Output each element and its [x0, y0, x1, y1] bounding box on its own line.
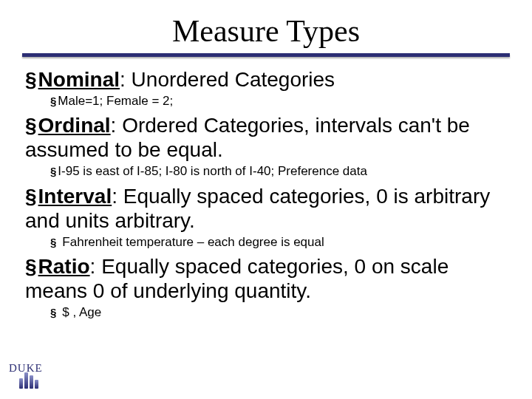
item-sub-text: Male=1; Female = 2; — [58, 94, 173, 108]
logo: DUKE — [4, 361, 56, 393]
item-sub: §Fahrenheit temperature – each degree is… — [25, 234, 507, 250]
item-sub: §Male=1; Female = 2; — [25, 93, 507, 109]
item-sub-text: Fahrenheit temperature – each degree is … — [62, 235, 324, 249]
list-item: §Ratio: Equally spaced categories, 0 on … — [25, 254, 507, 320]
bullet-icon: § — [25, 255, 37, 278]
item-term: Ordinal — [38, 114, 111, 137]
title-divider — [22, 53, 510, 57]
item-sub: §I-95 is east of I-85; I-80 is north of … — [25, 163, 507, 179]
bullet-icon: § — [50, 165, 56, 177]
list-item: §Interval: Equally spaced categories, 0 … — [25, 184, 507, 250]
bullet-icon: § — [25, 114, 37, 137]
item-main: §Ordinal: Ordered Categories, intervals … — [25, 113, 507, 162]
bullet-icon: § — [50, 95, 56, 107]
slide: Measure Types §Nominal: Unordered Catego… — [0, 0, 532, 399]
slide-title: Measure Types — [22, 13, 510, 49]
bullet-icon: § — [50, 306, 56, 318]
item-sub: §$ , Age — [25, 304, 507, 320]
logo-bars-icon — [19, 372, 38, 389]
content-area: §Nominal: Unordered Categories §Male=1; … — [22, 67, 510, 320]
item-main: §Ratio: Equally spaced categories, 0 on … — [25, 254, 507, 303]
bullet-icon: § — [25, 185, 37, 208]
item-main: §Nominal: Unordered Categories — [25, 67, 507, 92]
bullet-icon: § — [50, 236, 56, 248]
item-main: §Interval: Equally spaced categories, 0 … — [25, 184, 507, 233]
item-term: Nominal — [38, 68, 120, 91]
item-sub-text: I-95 is east of I-85; I-80 is north of I… — [58, 164, 367, 178]
list-item: §Nominal: Unordered Categories §Male=1; … — [25, 67, 507, 109]
item-term: Interval — [38, 185, 112, 208]
item-term: Ratio — [38, 255, 90, 278]
bullet-icon: § — [25, 68, 37, 91]
list-item: §Ordinal: Ordered Categories, intervals … — [25, 113, 507, 179]
item-sub-text: $ , Age — [62, 305, 101, 319]
item-desc: : Unordered Categories — [120, 68, 335, 91]
